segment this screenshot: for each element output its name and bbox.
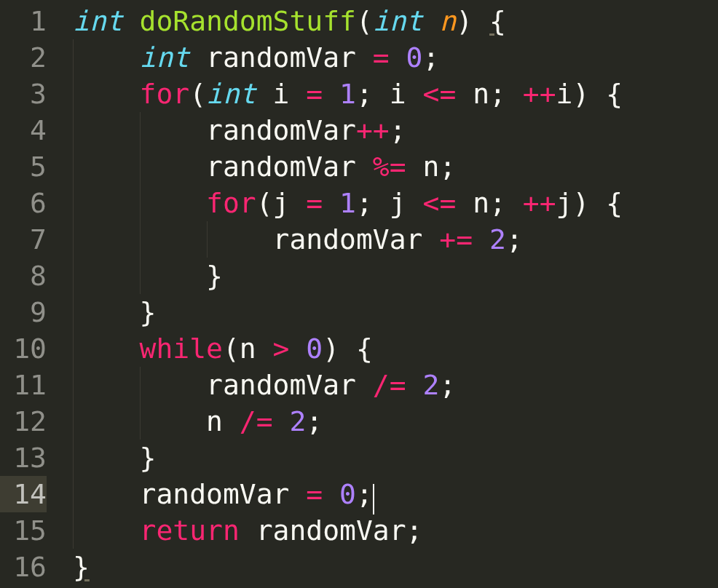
- code-line[interactable]: int doRandomStuff(int n) {: [55, 3, 718, 39]
- line-number: 6: [0, 185, 47, 221]
- token-pln: randomVar: [206, 151, 373, 183]
- token-pln: randomVar;: [240, 514, 423, 547]
- line-number: 1: [0, 3, 47, 39]
- token-pln: n;: [456, 78, 523, 110]
- indent-space: [73, 514, 140, 547]
- token-num: 0: [406, 41, 423, 74]
- indent-space: [73, 223, 273, 255]
- token-kw: /=: [373, 369, 406, 401]
- code-line[interactable]: int randomVar = 0;: [55, 39, 718, 76]
- token-pln: n;: [406, 151, 457, 183]
- token-kw: =: [306, 478, 323, 510]
- code-line[interactable]: return randomVar;: [55, 512, 718, 549]
- indent-guide: [73, 367, 74, 403]
- token-fn: doRandomStuff: [140, 5, 356, 37]
- token-kw: <=: [423, 187, 457, 219]
- indent-guide: [73, 39, 74, 76]
- code-line[interactable]: }: [55, 258, 718, 294]
- token-pln: ;: [356, 478, 373, 510]
- line-number: 2: [0, 39, 47, 76]
- code-area[interactable]: int doRandomStuff(int n) { int randomVar…: [55, 3, 718, 588]
- code-line[interactable]: for(j = 1; j <= n; ++j) {: [55, 185, 718, 221]
- token-pln: (j: [256, 187, 307, 219]
- token-pln: }: [73, 551, 90, 583]
- token-pln: randomVar: [206, 369, 373, 401]
- indent-guide: [73, 330, 74, 367]
- token-pln: i: [256, 78, 307, 110]
- token-kw: while: [140, 333, 223, 365]
- indent-guide: [140, 112, 141, 148]
- indent-space: [73, 78, 140, 110]
- token-pln: ; j: [356, 187, 423, 219]
- indent-guide: [140, 367, 141, 403]
- token-num: 1: [339, 78, 356, 110]
- line-number: 15: [0, 512, 47, 549]
- token-pln: j) {: [556, 187, 623, 219]
- indent-guide: [207, 221, 208, 258]
- token-pln: ;: [423, 41, 440, 74]
- token-num: 1: [339, 187, 356, 219]
- code-line[interactable]: for(int i = 1; i <= n; ++i) {: [55, 76, 718, 112]
- code-editor[interactable]: 12345678910111213141516 int doRandomStuf…: [0, 0, 718, 588]
- token-pln: (n: [223, 333, 273, 365]
- code-line[interactable]: }: [55, 294, 718, 330]
- indent-guide: [73, 294, 74, 330]
- indent-space: [73, 296, 140, 328]
- token-pln: n;: [456, 187, 523, 219]
- token-pln: }: [140, 296, 157, 328]
- code-line[interactable]: randomVar /= 2;: [55, 367, 718, 403]
- indent-guide: [140, 403, 141, 440]
- line-number: 10: [0, 330, 47, 367]
- token-type: int: [140, 41, 190, 74]
- line-number: 7: [0, 221, 47, 258]
- token-pln: [323, 78, 339, 110]
- code-line[interactable]: }: [55, 440, 718, 476]
- token-prm: n: [439, 5, 456, 37]
- token-kw: for: [140, 78, 190, 110]
- token-num: 2: [422, 369, 439, 401]
- code-line[interactable]: randomVar = 0;: [55, 476, 718, 512]
- indent-guide: [140, 221, 141, 258]
- indent-guide: [73, 403, 74, 440]
- token-kw: =: [306, 78, 323, 110]
- token-pln: randomVar: [206, 114, 356, 146]
- code-line[interactable]: randomVar += 2;: [55, 221, 718, 258]
- token-pln: [473, 223, 489, 255]
- token-kw: /=: [240, 405, 273, 437]
- token-kw: +=: [439, 223, 473, 255]
- token-pln: ; i: [356, 78, 423, 110]
- line-number: 13: [0, 440, 47, 476]
- code-line[interactable]: n /= 2;: [55, 403, 718, 440]
- code-line[interactable]: }: [55, 549, 718, 585]
- line-number: 4: [0, 112, 47, 148]
- line-number: 14: [0, 476, 47, 512]
- token-type: int: [73, 5, 123, 37]
- indent-space: [73, 478, 140, 510]
- token-type: int: [373, 5, 423, 37]
- code-line[interactable]: randomVar++;: [55, 112, 718, 148]
- token-pln: (: [356, 5, 373, 37]
- token-pln: ): [456, 5, 489, 37]
- line-number: 3: [0, 76, 47, 112]
- token-pln: ;: [306, 405, 323, 437]
- code-line[interactable]: randomVar %= n;: [55, 148, 718, 185]
- code-line[interactable]: while(n > 0) {: [55, 330, 718, 367]
- indent-guide: [73, 440, 74, 476]
- token-kw: %=: [373, 151, 406, 183]
- token-pln: ) {: [323, 333, 373, 365]
- token-pln: i) {: [556, 78, 623, 110]
- indent-guide: [73, 258, 74, 294]
- token-pln: n: [206, 405, 240, 437]
- token-type: int: [206, 78, 256, 110]
- line-number: 5: [0, 148, 47, 185]
- indent-space: [73, 442, 140, 474]
- indent-guide: [140, 258, 141, 294]
- line-number: 9: [0, 294, 47, 330]
- token-pln: randomVar: [273, 223, 440, 255]
- token-num: 2: [489, 223, 506, 255]
- token-num: 0: [306, 333, 323, 365]
- token-pln: [323, 187, 339, 219]
- token-kw: ++: [356, 114, 390, 146]
- line-number: 8: [0, 258, 47, 294]
- token-pln: ;: [439, 369, 456, 401]
